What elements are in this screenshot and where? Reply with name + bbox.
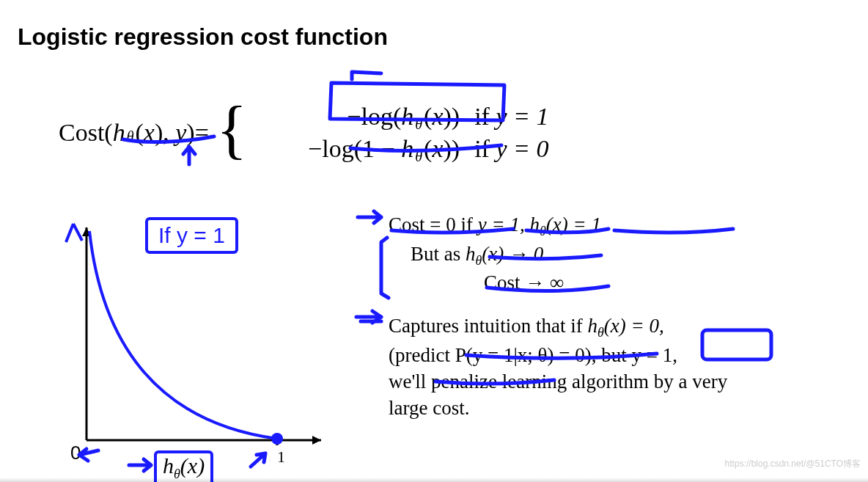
graph-max-label: 1	[277, 448, 285, 466]
case2-cond: y = 0	[496, 135, 548, 162]
b2-l3: we'll penalize learning algorithm by a v…	[389, 370, 727, 392]
case1-sub: θ	[415, 116, 422, 132]
cost-formula: Cost ( h θ (x), y ) = { −log(hθ(x)) if y…	[59, 95, 548, 169]
svg-point-5	[271, 433, 283, 445]
slide-edge	[0, 478, 868, 482]
case1-cond: y = 1	[496, 103, 548, 130]
b1-l1sub: θ	[540, 224, 546, 238]
bullet-2: Captures intuition that if hθ(x) = 0, (p…	[389, 313, 843, 422]
case2-h: h	[401, 135, 413, 162]
b2-l2: (predict P(y = 1|x; θ) = 0), but y = 1,	[389, 344, 677, 366]
b1-l2c: (x) → 0	[482, 243, 543, 265]
b1-l3: Cost → ∞	[484, 271, 564, 293]
case1-if: if	[474, 103, 496, 130]
b1-l1c: h	[529, 213, 540, 235]
cost-curve-graph: 0 1	[57, 198, 328, 470]
b2-l1b: h	[587, 315, 597, 337]
b1-l2a: But as	[411, 243, 466, 265]
b2-l1a: Captures intuition that if	[389, 315, 587, 337]
case1-x: x	[432, 103, 443, 130]
case2-d: ))	[443, 135, 460, 162]
b2-l4: large cost.	[389, 397, 469, 419]
b2-l1sub: θ	[597, 325, 604, 340]
watermark: https://blog.csdn.net/@51CTO博客	[725, 458, 861, 470]
b1-l1a: Cost = 0 if	[389, 213, 478, 235]
case1-d: ))	[443, 103, 460, 130]
lhs-x: x	[144, 119, 155, 147]
lhs-cost: Cost	[59, 119, 104, 147]
b1-l2b: h	[466, 243, 476, 265]
lhs-h: h	[113, 119, 125, 147]
b1-l1b: y = 1,	[478, 213, 530, 235]
svg-marker-1	[312, 436, 321, 445]
case2-x: x	[432, 135, 443, 162]
b2-l1c: (x) = 0,	[604, 315, 664, 337]
case2-a: −log(1 −	[308, 135, 401, 162]
slide: Logistic regression cost function Cost (…	[0, 0, 868, 482]
lhs-sub: θ	[127, 128, 134, 145]
graph-origin-label: 0	[70, 442, 81, 464]
b1-l1d: (x) = 1	[546, 213, 601, 235]
case1-h: h	[401, 103, 413, 130]
equals: =	[195, 119, 209, 147]
case2-sub: θ	[415, 148, 422, 164]
lhs-y: y	[175, 119, 186, 147]
case1-a: −log(	[347, 103, 401, 130]
page-title: Logistic regression cost function	[18, 23, 388, 51]
brace-icon: {	[216, 92, 247, 167]
bullet-1: Cost = 0 if y = 1, hθ(x) = 1 But as hθ(x…	[389, 211, 843, 296]
case2-if: if	[474, 135, 496, 162]
explanation-text: Cost = 0 if y = 1, hθ(x) = 1 But as hθ(x…	[389, 211, 843, 438]
